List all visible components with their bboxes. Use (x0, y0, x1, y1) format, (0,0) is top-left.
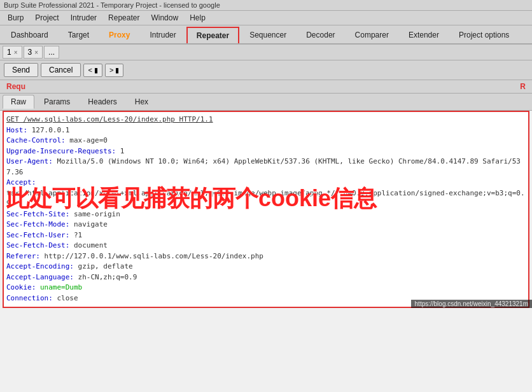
repeater-tab-3[interactable]: 3 × (24, 46, 43, 59)
req-referer: Referer: http://127.0.0.1/www.sqli-labs.… (6, 251, 526, 262)
title-text: Burp Suite Professional 2021 - Temporary… (4, 1, 220, 9)
toolbar: Send Cancel < ▮ > ▮ (0, 60, 532, 80)
tab-repeater[interactable]: Repeater (186, 27, 239, 43)
response-panel-title: R (266, 80, 532, 93)
req-accept-encoding: Accept-Encoding: gzip, deflate (6, 262, 526, 272)
menu-window[interactable]: Window (146, 12, 183, 24)
panels-header: Requ R (0, 80, 532, 94)
menu-project[interactable]: Project (30, 12, 64, 24)
repeater-tab-1-close[interactable]: × (14, 49, 18, 56)
bottom-url-bar: https://blog.csdn.net/weixin_44321321m (411, 300, 532, 308)
sub-tab-headers[interactable]: Headers (80, 95, 125, 109)
req-user-agent: User-Agent: Mozilla/5.0 (Windows NT 10.0… (6, 157, 526, 178)
tab-comparer[interactable]: Comparer (346, 27, 398, 43)
repeater-tab-dots[interactable]: ... (44, 46, 59, 59)
title-bar: Burp Suite Professional 2021 - Temporary… (0, 0, 532, 11)
req-cache-control: Cache-Control: max-age=0 (6, 136, 526, 146)
sub-tab-hex[interactable]: Hex (127, 95, 157, 109)
repeater-tab-1-label: 1 (7, 48, 11, 57)
nav-right-label: > ▮ (109, 66, 119, 74)
tab-dashboard[interactable]: Dashboard (1, 27, 58, 43)
menu-repeater[interactable]: Repeater (103, 12, 144, 24)
main-content: 此处可以看见捕获的两个cookie信息 Requ R Raw Params He… (0, 80, 532, 308)
repeater-tab-bar: 1 × 3 × ... (0, 45, 532, 60)
req-accept-language: Accept-Language: zh-CN,zh;q=0.9 (6, 272, 526, 283)
menu-bar: Burp Project Intruder Repeater Window He… (0, 11, 532, 25)
menu-burp[interactable]: Burp (3, 12, 29, 24)
req-cookie: Cookie: uname=Dumb (6, 283, 526, 293)
repeater-tab-3-close[interactable]: × (34, 49, 38, 56)
nav-left-button[interactable]: < ▮ (83, 64, 102, 77)
tab-intruder[interactable]: Intruder (140, 27, 185, 43)
tab-project-options[interactable]: Project options (449, 27, 519, 43)
main-tab-bar: Dashboard Target Proxy Intruder Repeater… (0, 25, 532, 45)
req-sec-fetch-mode: Sec-Fetch-Mode: navigate (6, 220, 526, 230)
nav-right-button[interactable]: > ▮ (105, 64, 123, 77)
request-first-line: GET /www.sqli-labs.com/Less-20/index.php… (6, 115, 526, 125)
nav-left-label: < ▮ (88, 66, 97, 74)
tab-extender[interactable]: Extender (399, 27, 449, 43)
req-host: Host: 127.0.0.1 (6, 125, 526, 136)
req-sec-fetch-site: Sec-Fetch-Site: same-origin (6, 209, 526, 220)
repeater-tab-1[interactable]: 1 × (3, 46, 22, 59)
req-sec-fetch-user: Sec-Fetch-User: ?1 (6, 230, 526, 241)
tab-target[interactable]: Target (59, 27, 99, 43)
sub-tab-bar: Raw Params Headers Hex (0, 94, 532, 111)
tab-proxy[interactable]: Proxy (99, 27, 139, 43)
tab-decoder[interactable]: Decoder (297, 27, 344, 43)
tab-sequencer[interactable]: Sequencer (240, 27, 296, 43)
req-sec-fetch-dest: Sec-Fetch-Dest: document (6, 241, 526, 251)
menu-help[interactable]: Help (185, 12, 211, 24)
menu-intruder[interactable]: Intruder (66, 12, 102, 24)
sub-tab-raw[interactable]: Raw (3, 95, 34, 109)
req-accept-label: Accept: (6, 178, 526, 188)
send-button[interactable]: Send (4, 63, 38, 77)
request-content-area[interactable]: GET /www.sqli-labs.com/Less-20/index.php… (3, 111, 529, 308)
cancel-button[interactable]: Cancel (41, 63, 81, 77)
req-accept-value: text/html,application/xhtml+xml,applicat… (6, 188, 526, 209)
repeater-tab-3-label: 3 (28, 48, 32, 57)
sub-tab-params[interactable]: Params (36, 95, 78, 109)
req-upgrade: Upgrade-Insecure-Requests: 1 (6, 146, 526, 157)
request-panel-title: Requ (0, 80, 266, 93)
